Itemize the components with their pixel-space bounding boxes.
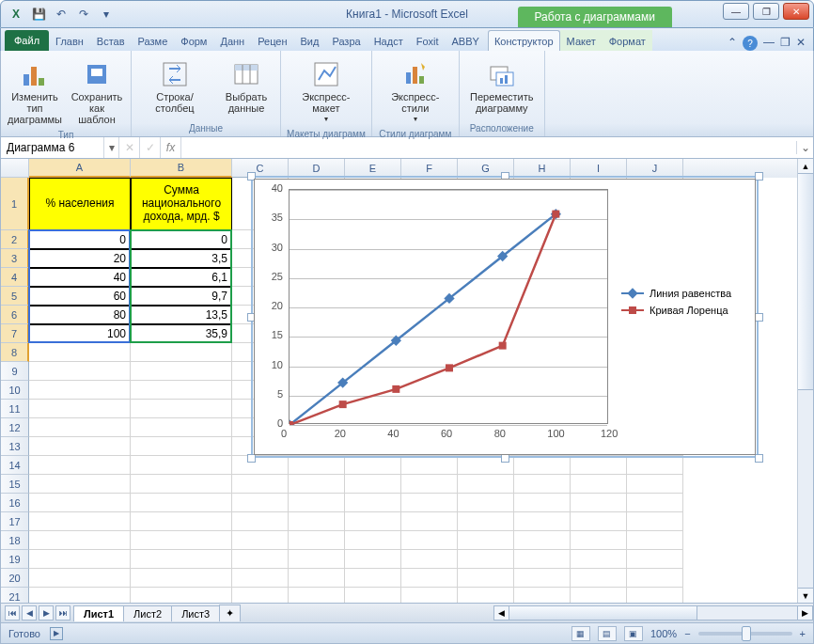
redo-button[interactable]: ↷ — [74, 5, 93, 24]
data-cell[interactable]: Сумма национального дохода, мрд. $ — [131, 178, 232, 230]
zoom-in-button[interactable]: + — [800, 628, 806, 639]
data-cell[interactable]: 100 — [29, 324, 131, 343]
file-tab[interactable]: Файл — [5, 30, 49, 51]
cell[interactable] — [131, 343, 232, 362]
fx-enter-button[interactable]: ✓ — [140, 137, 161, 158]
cell[interactable] — [29, 494, 131, 512]
tab-Конструктор[interactable]: Конструктор — [488, 30, 560, 51]
cell[interactable] — [29, 550, 131, 569]
cell[interactable] — [131, 531, 232, 550]
cell[interactable] — [29, 418, 131, 437]
vertical-scrollbar[interactable]: ▲ ▼ — [797, 159, 813, 603]
zoom-out-button[interactable]: − — [684, 628, 690, 639]
cell[interactable] — [232, 494, 289, 512]
cell[interactable] — [401, 550, 458, 569]
cell[interactable] — [131, 362, 232, 381]
select-all-corner[interactable] — [1, 159, 29, 178]
sheet-tab-Лист2[interactable]: Лист2 — [123, 605, 172, 621]
move-chart-button[interactable]: Переместить диаграмму — [465, 56, 539, 117]
cell[interactable] — [131, 475, 232, 494]
scroll-down-button[interactable]: ▼ — [798, 588, 813, 603]
cell[interactable] — [627, 475, 683, 494]
cell[interactable] — [345, 588, 401, 603]
page-break-view-button[interactable]: ▣ — [624, 626, 643, 641]
cell[interactable] — [571, 569, 627, 588]
fx-button[interactable]: fx — [161, 137, 181, 158]
sheet-tab-Лист3[interactable]: Лист3 — [171, 605, 220, 621]
cell[interactable] — [232, 512, 289, 531]
col-header-D[interactable]: D — [289, 159, 345, 178]
cell[interactable] — [571, 512, 627, 531]
cell[interactable] — [458, 569, 514, 588]
cell[interactable] — [627, 588, 683, 603]
row-header-11[interactable]: 11 — [1, 400, 29, 418]
sheet-nav-next[interactable]: ▶ — [39, 605, 54, 620]
horizontal-scrollbar[interactable]: ◀ ▶ — [493, 605, 813, 620]
cells-area[interactable]: % населенияСумма национального дохода, м… — [29, 178, 813, 603]
data-cell[interactable]: 20 — [29, 249, 131, 268]
chart-legend[interactable]: Линия равенстваКривая Лоренца — [621, 288, 731, 322]
cell[interactable] — [345, 569, 401, 588]
cell[interactable] — [232, 531, 289, 550]
data-cell[interactable]: 6,1 — [131, 268, 232, 287]
cell[interactable] — [627, 569, 683, 588]
cell[interactable] — [514, 456, 571, 475]
row-header-5[interactable]: 5 — [1, 287, 29, 306]
cell[interactable] — [571, 550, 627, 569]
save-button[interactable]: 💾 — [29, 5, 48, 24]
cell[interactable] — [458, 531, 514, 550]
cell[interactable] — [514, 550, 571, 569]
doc-minimize-button[interactable]: — — [763, 36, 775, 51]
cell[interactable] — [289, 588, 345, 603]
row-header-13[interactable]: 13 — [1, 437, 29, 456]
cell[interactable] — [401, 569, 458, 588]
cell[interactable] — [514, 531, 571, 550]
tab-Разме[interactable]: Разме — [132, 30, 175, 51]
cell[interactable] — [29, 531, 131, 550]
cell[interactable] — [29, 475, 131, 494]
switch-row-column-button[interactable]: Строка/столбец — [137, 56, 212, 117]
row-header-19[interactable]: 19 — [1, 550, 29, 569]
cell[interactable] — [289, 456, 345, 475]
tab-Встав[interactable]: Встав — [90, 30, 132, 51]
cell[interactable] — [345, 512, 401, 531]
ribbon-collapse-button[interactable]: ⌃ — [728, 36, 737, 51]
data-cell[interactable]: 40 — [29, 268, 131, 287]
doc-restore-button[interactable]: ❐ — [780, 36, 791, 51]
cell[interactable] — [345, 456, 401, 475]
save-as-template-button[interactable]: Сохранить как шаблон — [69, 56, 125, 128]
sheet-tab-Лист1[interactable]: Лист1 — [73, 605, 124, 621]
cell[interactable] — [131, 418, 232, 437]
col-header-C[interactable]: C — [232, 159, 289, 178]
cell[interactable] — [131, 437, 232, 456]
hscroll-right[interactable]: ▶ — [797, 606, 812, 620]
cell[interactable] — [29, 362, 131, 381]
tab-Надст[interactable]: Надст — [368, 30, 410, 51]
cell[interactable] — [29, 512, 131, 531]
col-header-H[interactable]: H — [514, 159, 571, 178]
name-box-dropdown[interactable]: ▾ — [104, 137, 119, 158]
cell[interactable] — [571, 475, 627, 494]
cell[interactable] — [514, 588, 571, 603]
cell[interactable] — [345, 531, 401, 550]
data-cell[interactable]: 13,5 — [131, 306, 232, 324]
cell[interactable] — [29, 456, 131, 475]
cell[interactable] — [131, 456, 232, 475]
cell[interactable] — [29, 381, 131, 400]
fx-cancel-button[interactable]: ✕ — [119, 137, 140, 158]
cell[interactable] — [514, 494, 571, 512]
fx-expand-button[interactable]: ⌄ — [796, 141, 813, 154]
col-header-E[interactable]: E — [345, 159, 401, 178]
cell[interactable] — [131, 381, 232, 400]
cell[interactable] — [289, 494, 345, 512]
undo-button[interactable]: ↶ — [52, 5, 70, 24]
cell[interactable] — [401, 512, 458, 531]
row-header-8[interactable]: 8 — [1, 343, 29, 362]
resize-handle[interactable] — [755, 313, 763, 322]
maximize-button[interactable]: ❐ — [753, 3, 779, 20]
name-box[interactable]: Диаграмма 6 — [1, 137, 104, 158]
data-cell[interactable]: 0 — [131, 230, 232, 249]
scroll-thumb[interactable] — [798, 174, 813, 390]
chart-plot-area[interactable] — [289, 189, 608, 424]
cell[interactable] — [627, 531, 683, 550]
